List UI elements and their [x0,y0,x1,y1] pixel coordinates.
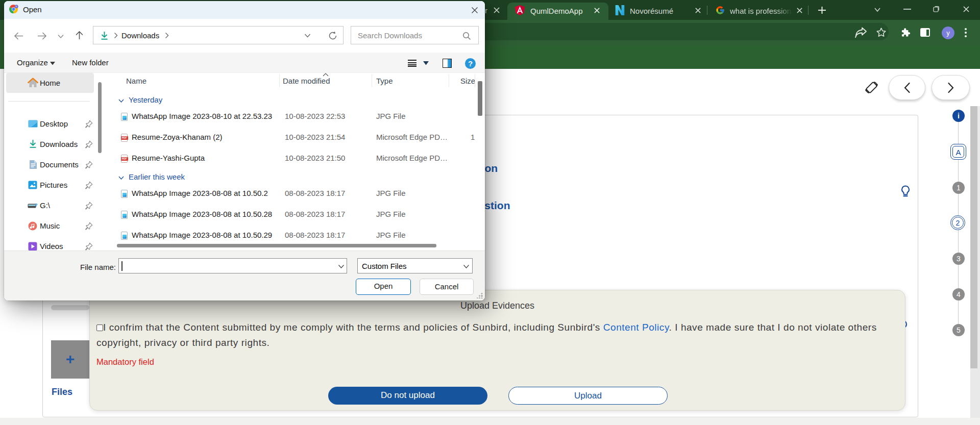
svg-text:?: ? [35,203,38,208]
